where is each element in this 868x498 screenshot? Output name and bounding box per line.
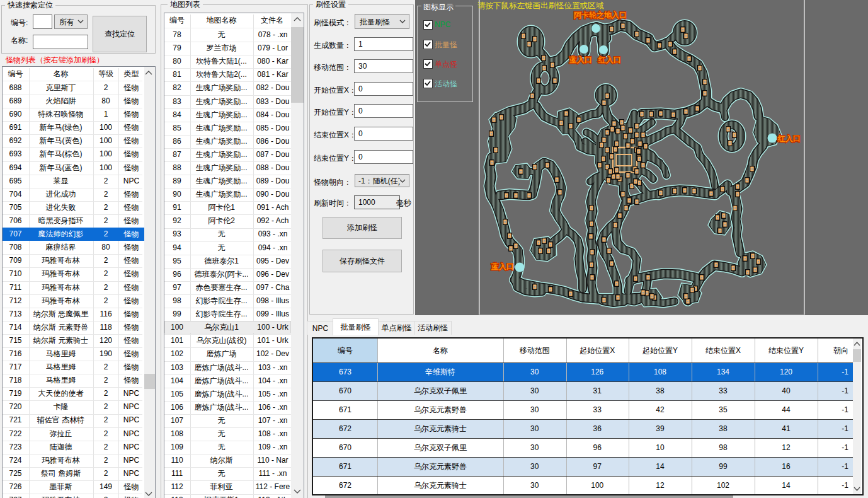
svg-text:红入口: 红入口 [598,55,621,64]
svg-text:蓝入口: 蓝入口 [569,55,592,64]
svg-text:蓝入口: 蓝入口 [491,262,514,271]
svg-text:请按下鼠标左键画出刷怪位置或区域: 请按下鼠标左键画出刷怪位置或区域 [477,1,604,10]
svg-text:阿卡轮之地入口: 阿卡轮之地入口 [574,11,627,20]
svg-text:红入口: 红入口 [777,134,801,143]
